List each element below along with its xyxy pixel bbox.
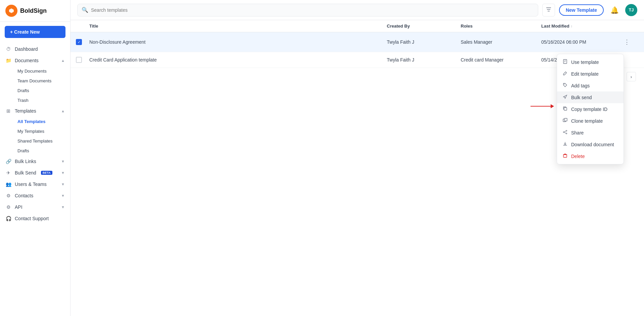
header-created-by: Created By — [387, 24, 461, 29]
search-icon: 🔍 — [82, 7, 88, 13]
menu-clone-label: Clone template — [571, 118, 603, 124]
sidebar-item-all-templates[interactable]: All Templates — [12, 117, 70, 126]
new-template-button[interactable]: New Template — [559, 4, 604, 16]
sidebar-item-users-teams-label: Users & Teams — [15, 182, 47, 187]
sidebar-item-drafts-documents[interactable]: Drafts — [12, 86, 70, 95]
menu-item-edit-template[interactable]: Edit template — [557, 68, 624, 80]
chevron-down-users-icon: ▼ — [61, 182, 65, 186]
menu-item-download-document[interactable]: Download document — [557, 139, 624, 150]
sidebar-item-trash[interactable]: Trash — [12, 95, 70, 105]
main-area: 🔍 New Template 🔔 TJ — [71, 0, 644, 316]
sidebar-item-contacts[interactable]: ⚙ Contacts ▼ — [0, 190, 70, 201]
svg-rect-9 — [564, 118, 567, 121]
grid-icon: ⊞ — [5, 108, 11, 114]
sidebar-item-templates[interactable]: ⊞ Templates ▲ — [0, 105, 70, 117]
row-checkbox-1[interactable]: ✓ — [76, 39, 82, 45]
create-new-label: + Create New — [10, 29, 40, 35]
trash-icon — [562, 153, 568, 159]
sidebar-item-team-documents[interactable]: Team Documents — [12, 76, 70, 86]
tag-icon — [562, 83, 568, 88]
menu-item-bulk-send[interactable]: Bulk send — [557, 91, 624, 103]
svg-rect-15 — [563, 155, 567, 157]
row-last-modified-1: 05/16/2024 06:00 PM — [541, 39, 622, 45]
sidebar-item-my-documents[interactable]: My Documents — [12, 66, 70, 76]
row-title-1: Non-Disclosure Agreement — [89, 39, 387, 45]
sidebar-item-dashboard[interactable]: ⏱ Dashboard — [0, 43, 70, 55]
row-roles-2: Credit card Manager — [461, 57, 541, 63]
sidebar-item-bulk-links-label: Bulk Links — [15, 159, 36, 164]
header-roles: Roles — [461, 24, 541, 29]
folder-icon: 📁 — [5, 58, 11, 63]
row-checkbox-2[interactable] — [76, 57, 82, 63]
more-actions-button-1[interactable]: ⋮ — [622, 37, 632, 47]
row-actions-1: ⋮ — [622, 37, 639, 47]
chevron-down-bulk-links-icon: ▼ — [61, 159, 65, 163]
menu-use-template-label: Use template — [571, 60, 599, 65]
sidebar-item-documents[interactable]: 📁 Documents ▲ — [0, 55, 70, 66]
share-icon — [562, 130, 568, 135]
menu-copy-id-label: Copy template ID — [571, 107, 607, 112]
sidebar-item-users-teams[interactable]: 👥 Users & Teams ▼ — [0, 179, 70, 190]
sidebar-item-dashboard-label: Dashboard — [15, 46, 38, 52]
filter-button[interactable] — [542, 4, 555, 16]
svg-point-6 — [564, 84, 565, 85]
chevron-down-contacts-icon: ▼ — [61, 194, 65, 198]
edit-icon — [562, 71, 568, 77]
create-new-button[interactable]: + Create New — [5, 26, 65, 38]
sidebar-item-contacts-label: Contacts — [15, 193, 33, 198]
sort-icon: ↑ — [571, 24, 573, 28]
table-row[interactable]: ✓ Non-Disclosure Agreement Twyla Faith J… — [71, 32, 644, 52]
menu-item-copy-template-id[interactable]: Copy template ID — [557, 103, 624, 115]
content-area: Title Created By Roles Last Modified ↑ ✓… — [71, 20, 644, 316]
topbar-actions: New Template 🔔 TJ — [559, 4, 637, 16]
sidebar-item-shared-templates[interactable]: Shared Templates — [12, 136, 70, 146]
chevron-down-api-icon: ▼ — [61, 205, 65, 209]
sidebar-item-bulk-links[interactable]: 🔗 Bulk Links ▼ — [0, 156, 70, 167]
arrow-line — [531, 106, 551, 107]
bell-icon: 🔔 — [610, 6, 619, 14]
menu-delete-label: Delete — [571, 154, 585, 159]
filter-icon — [546, 7, 551, 13]
table-header-row: Title Created By Roles Last Modified ↑ — [71, 20, 644, 32]
svg-rect-3 — [563, 60, 567, 64]
logo-icon — [5, 5, 17, 17]
context-menu: Use template Edit template Add tags Bulk… — [557, 54, 624, 164]
copy-id-icon — [562, 106, 568, 112]
menu-edit-template-label: Edit template — [571, 71, 599, 77]
menu-item-delete[interactable]: Delete — [557, 150, 624, 162]
menu-item-share[interactable]: Share — [557, 127, 624, 139]
sidebar-item-api-label: API — [15, 204, 22, 210]
chevron-down-bulk-send-icon: ▼ — [61, 171, 65, 175]
header-last-modified: Last Modified ↑ — [541, 24, 622, 29]
next-page-button[interactable]: › — [627, 72, 636, 81]
svg-rect-7 — [564, 108, 567, 110]
sidebar-item-templates-label: Templates — [15, 108, 36, 114]
sidebar-item-api[interactable]: ⚙ API ▼ — [0, 201, 70, 213]
sidebar-item-contact-support[interactable]: 🎧 Contact Support — [0, 213, 70, 224]
header-actions — [622, 24, 639, 29]
row-created-by-1: Twyla Faith J — [387, 39, 461, 45]
sidebar-item-bulk-send[interactable]: ✈ Bulk Send BETA ▼ — [0, 167, 70, 179]
checkbox-header — [76, 24, 89, 29]
menu-share-label: Share — [571, 130, 584, 135]
svg-point-10 — [566, 130, 567, 131]
svg-point-12 — [563, 132, 564, 133]
contact-icon: ⚙ — [5, 193, 11, 198]
avatar[interactable]: TJ — [625, 4, 637, 16]
send-bulk-icon — [562, 94, 568, 100]
sidebar-item-my-templates[interactable]: My Templates — [12, 126, 70, 136]
beta-badge: BETA — [41, 171, 52, 175]
logo-area: BoldSign — [0, 0, 70, 22]
download-icon — [562, 142, 568, 147]
notification-button[interactable]: 🔔 — [608, 4, 620, 16]
menu-bulk-send-label: Bulk send — [571, 95, 592, 100]
search-input[interactable] — [91, 7, 534, 13]
svg-line-13 — [564, 131, 566, 132]
menu-item-clone-template[interactable]: Clone template — [557, 115, 624, 127]
menu-item-use-template[interactable]: Use template — [557, 56, 624, 68]
sidebar-item-drafts-templates[interactable]: Drafts — [12, 146, 70, 156]
menu-item-add-tags[interactable]: Add tags — [557, 80, 624, 91]
svg-point-11 — [566, 133, 567, 134]
users-icon: 👥 — [5, 182, 11, 187]
clone-icon — [562, 118, 568, 124]
